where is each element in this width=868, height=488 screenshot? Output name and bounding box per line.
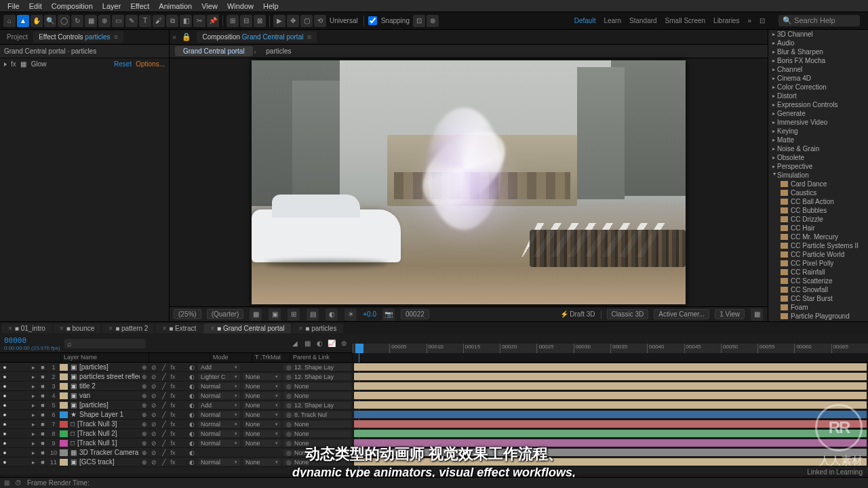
effect-item[interactable]: CC Snowfall [768, 285, 868, 294]
guides-icon[interactable]: ▤ [307, 308, 319, 321]
solo-toggle[interactable] [9, 439, 19, 447]
solo-toggle[interactable] [9, 410, 19, 419]
workspace-overflow-icon[interactable]: » [747, 17, 751, 24]
shy-icon[interactable]: ◢ [290, 340, 300, 347]
visibility-toggle[interactable]: ● [0, 401, 9, 409]
shape-tool[interactable]: ▭ [112, 15, 124, 27]
current-timecode[interactable]: 00000 [4, 336, 60, 345]
workspace-small-screen[interactable]: Small Screen [665, 17, 705, 24]
menu-effect[interactable]: Effect [125, 2, 154, 10]
options-link[interactable]: Options... [136, 60, 165, 68]
parent-dropdown[interactable]: None [283, 383, 351, 390]
effect-category[interactable]: ▸Blur & Sharpen [768, 47, 868, 56]
camera-dropdown[interactable]: Active Camer... [654, 309, 709, 319]
solo-toggle[interactable] [9, 401, 19, 409]
move-icon[interactable]: ✥ [287, 15, 299, 27]
parent-dropdown[interactable]: None [283, 430, 351, 437]
lock-toggle[interactable] [19, 429, 28, 438]
menu-layer[interactable]: Layer [98, 2, 126, 10]
motion-blur-icon[interactable]: ◐ [315, 340, 324, 347]
workspace-default[interactable]: Default [574, 17, 596, 24]
lock-toggle[interactable] [19, 382, 28, 390]
toggle-switches-icon[interactable]: ⊞ [4, 479, 9, 487]
orbit-tool[interactable]: ◯ [58, 15, 70, 27]
project-tab[interactable]: Project [1, 31, 33, 43]
lock-toggle[interactable] [19, 458, 28, 466]
axis-view[interactable]: ⊠ [254, 15, 266, 27]
solo-toggle[interactable] [9, 363, 19, 371]
puppet-tool[interactable]: 📌 [207, 15, 219, 27]
flowchart-tab[interactable]: Grand Central portal [175, 46, 253, 56]
visibility-toggle[interactable]: ● [0, 391, 9, 400]
transparency-grid-icon[interactable]: ▦ [250, 308, 262, 321]
parent-dropdown[interactable]: None [283, 449, 351, 456]
home-tool[interactable]: ⌂ [3, 15, 16, 27]
tab-menu-icon[interactable]: ≡ [114, 33, 118, 41]
track-matte-dropdown[interactable]: None [243, 411, 281, 418]
menu-view[interactable]: View [197, 2, 222, 10]
effect-item[interactable]: CC Particle Systems II [768, 241, 868, 250]
visibility-toggle[interactable]: ● [0, 429, 9, 438]
renderer-dropdown[interactable]: Classic 3D [607, 309, 649, 319]
solo-toggle[interactable] [9, 391, 19, 400]
effect-item[interactable]: CC Scatterize [768, 277, 868, 285]
menu-edit[interactable]: Edit [24, 2, 47, 10]
effect-category[interactable]: ▸Cinema 4D [768, 74, 868, 83]
parent-dropdown[interactable]: None [283, 440, 351, 447]
effect-category[interactable]: ▸Audio [768, 39, 868, 47]
effect-item[interactable]: CC Rainfall [768, 268, 868, 277]
effect-item[interactable]: Card Dance [768, 180, 868, 188]
solo-toggle[interactable] [9, 372, 19, 381]
layer-row[interactable]: ●▸■6★Shape Layer 1⊕⊘╱fx◐NormalNone8. Tra… [0, 410, 868, 420]
view-dropdown[interactable]: 1 View [715, 309, 745, 319]
layer-row[interactable]: ●▸■4▣van⊕⊘╱fx◐NormalNoneNone [0, 391, 868, 401]
blend-mode-dropdown[interactable]: Normal [198, 440, 240, 447]
blend-mode-dropdown[interactable]: Normal [198, 421, 240, 428]
effect-item[interactable]: CC Star Burst [768, 294, 868, 303]
blend-mode-dropdown[interactable]: Lighter C [198, 373, 240, 380]
mask-icon[interactable]: ▣ [269, 308, 281, 321]
layer-row[interactable]: ●▸■11▣[GCS track]⊕⊘╱fx◐NormalNoneNone [0, 458, 868, 467]
selection-tool[interactable]: ▲ [17, 15, 29, 27]
draft3d-toggle[interactable]: ⚡ Draft 3D [560, 310, 595, 318]
effect-category[interactable]: ▸Matte [768, 136, 868, 144]
text-tool[interactable]: T [139, 15, 151, 27]
effect-item[interactable]: CC Drizzle [768, 215, 868, 224]
parent-dropdown[interactable]: 12. Shape Lay [283, 373, 351, 380]
snapshot-icon[interactable]: 📷 [382, 308, 395, 321]
lock-toggle[interactable] [19, 391, 28, 400]
resolution-dropdown[interactable]: (Quarter) [207, 309, 244, 319]
blend-mode-dropdown[interactable]: Add [198, 364, 240, 371]
parent-dropdown[interactable]: 8. Track Nul [283, 411, 351, 418]
blend-mode-dropdown[interactable]: Normal [198, 383, 240, 390]
track-matte-dropdown[interactable]: None [243, 373, 281, 380]
layer-row[interactable]: ●▸■5▣[particles]⊕⊘╱fx◐AddNone12. Shape L… [0, 401, 868, 410]
pen-tool[interactable]: ✎ [125, 15, 138, 27]
current-time[interactable]: 00022 [401, 309, 429, 319]
effect-item[interactable]: CC Mr. Mercury [768, 232, 868, 241]
playhead[interactable] [355, 344, 363, 353]
effect-category[interactable]: ▸Color Correction [768, 83, 868, 92]
graph-icon[interactable]: 📈 [327, 340, 336, 347]
workspace-libraries[interactable]: Libraries [713, 17, 739, 24]
box-icon[interactable]: ▢ [300, 15, 313, 27]
effect-item[interactable]: CC Ball Action [768, 197, 868, 206]
flowchart-tab[interactable]: particles [258, 46, 299, 56]
visibility-toggle[interactable]: ● [0, 439, 9, 447]
parent-dropdown[interactable]: None [283, 421, 351, 428]
workspace-learn[interactable]: Learn [604, 17, 621, 24]
effect-category[interactable]: ▸Distort [768, 92, 868, 100]
axis-world[interactable]: ⊟ [240, 15, 252, 27]
hand-tool[interactable]: ✋ [31, 15, 43, 27]
frame-blend-icon[interactable]: ▦ [302, 340, 312, 347]
visibility-toggle[interactable]: ● [0, 363, 9, 371]
effect-item[interactable]: CC Bubbles [768, 206, 868, 215]
visibility-toggle[interactable]: ● [0, 410, 9, 419]
visibility-toggle[interactable]: ● [0, 382, 9, 390]
solo-toggle[interactable] [9, 448, 19, 457]
track-matte-dropdown[interactable]: None [243, 421, 281, 428]
effect-controls-tab[interactable]: Effect Controls particles ≡ [33, 31, 123, 43]
effect-category[interactable]: ▸3D Channel [768, 30, 868, 39]
axis-local[interactable]: ⊞ [226, 15, 239, 27]
layer-row[interactable]: ●▸■10▦3D Tracker Camera⊕⊘╱fx◐None [0, 448, 868, 458]
